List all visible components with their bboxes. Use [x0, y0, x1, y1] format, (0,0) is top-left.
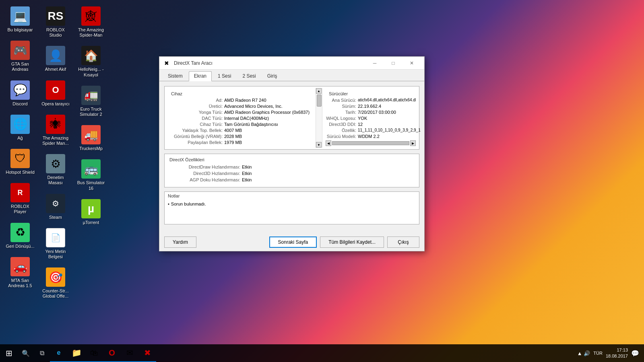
icon-bu-bilgisayar[interactable]: 💻 Bu bilgisayar	[4, 4, 36, 35]
gta-label: GTA San Andreas	[6, 62, 35, 72]
driver-row-6: Sürücü Modeli: WDDM 2.2	[326, 134, 416, 139]
feature-label-2: AGP Doku Hızlandırması:	[169, 177, 242, 182]
window-footer: Yardım Sonraki Sayfa Tüm Bilgileri Kayde…	[159, 233, 424, 251]
vertical-scrollbar[interactable]: ▲ ▼	[316, 88, 322, 148]
scroll-down-arrow[interactable]: ▼	[316, 142, 322, 148]
edge-taskbar[interactable]: e	[50, 344, 68, 362]
device-label-2: Yonga Türü:	[168, 110, 224, 115]
icon-steam[interactable]: ⚙ Steam	[39, 191, 72, 222]
spiderman2-label: The Amazing Spider-Man	[76, 27, 105, 38]
bus-label: Bus Simulator 16	[76, 180, 105, 191]
icon-ahmet[interactable]: 👤 Ahmet Akif	[39, 43, 72, 74]
truckers-icon: 🚚	[81, 125, 101, 144]
icon-mta[interactable]: 🚗 MTA San Andreas 1.5	[4, 255, 36, 291]
task-view-button[interactable]: ⧉	[34, 344, 50, 362]
denetim-label: Denetim Masası	[41, 175, 70, 185]
driver-row-5: Özellik: 11_1,11_0,10_1,10_0,9_3,9_2,9_1	[326, 128, 416, 133]
device-label-1: Üretici:	[168, 104, 224, 109]
icon-gta[interactable]: 🎮 GTA San Andreas	[4, 38, 36, 74]
icon-bus-simulator[interactable]: 🚌 Bus Simulator 16	[75, 157, 107, 193]
tab-ekran[interactable]: Ekran	[189, 71, 212, 81]
desktop-icons-container: 💻 Bu bilgisayar 🎮 GTA San Andreas 💬 Disc…	[4, 4, 93, 318]
driver-label-1: Sürüm:	[326, 104, 358, 109]
icon-discord[interactable]: 💬 Discord	[4, 78, 36, 109]
notes-bullet: • Sorun bulunmadı.	[168, 202, 416, 206]
search-button[interactable]: 🔍	[18, 344, 34, 362]
spiderman2-icon: 🕸	[81, 6, 101, 26]
features-title: DirectX Özellikleri	[169, 157, 414, 162]
device-value-4: Tam Görüntü Bağdaştırıcısı	[224, 122, 314, 127]
geri-donusum-label: Geri Dönüşü...	[6, 244, 35, 249]
taskbar-right: ▲ 🔊 TÜR 17:13 18.08.2017 💬	[577, 347, 644, 360]
directx-window: ✖ DirectX Tanı Aracı ─ □ ✕ Sistem Ekran …	[159, 56, 425, 251]
hello-label: HelloNeig... - Kısayol	[76, 67, 105, 77]
feature-value-0: Etkin	[242, 165, 252, 169]
driver-row-3: WHQL Logosu: YOK	[326, 116, 416, 121]
device-title: Cihaz	[168, 90, 314, 98]
maximize-button[interactable]: □	[384, 57, 402, 70]
icon-amazing-spider[interactable]: 🕷 The Amazing Spider Man...	[39, 112, 72, 148]
ahmet-icon: 👤	[46, 46, 65, 65]
mail-taskbar[interactable]: ✉	[121, 344, 138, 362]
device-label-4: Cihaz Türü:	[168, 122, 224, 127]
icon-ag[interactable]: 🌐 Ağ	[4, 112, 36, 143]
driver-value-4: 12	[358, 122, 416, 127]
driver-row-4: Direct3D DDI: 12	[326, 122, 416, 127]
roblox-icon: R	[10, 183, 30, 202]
icon-roblox-studio[interactable]: RS ROBLOX Studio	[39, 4, 72, 40]
store-taskbar[interactable]: 🛍	[85, 344, 103, 362]
directx-taskbar[interactable]: ✖	[138, 344, 156, 362]
device-row-5: Yaklaşık Top. Bellek: 4007 MB	[168, 128, 314, 133]
explorer-taskbar[interactable]: 📁	[68, 344, 85, 362]
device-label-6: Görüntü Belleği (VRAM):	[168, 134, 224, 139]
help-button[interactable]: Yardım	[164, 237, 196, 248]
cs-label: Counter-Str... Global Offe...	[41, 288, 70, 299]
icon-cs[interactable]: 🎯 Counter-Str... Global Offe...	[39, 265, 72, 301]
icon-hello-neighbor[interactable]: 🏠 HelloNeig... - Kısayol	[75, 43, 107, 80]
start-button[interactable]: ⊞	[0, 344, 18, 362]
tab-giris[interactable]: Giriş	[262, 71, 283, 81]
icon-denetim[interactable]: ⚙ Denetim Masası	[39, 152, 72, 188]
close-button[interactable]: ✕	[402, 57, 421, 70]
tab-sesi2[interactable]: 2 Sesi	[237, 71, 261, 81]
drivers-title: Sürücüler	[326, 90, 416, 98]
icon-spiderman2[interactable]: 🕸 The Amazing Spider-Man	[75, 4, 107, 40]
ets-icon: 🚛	[81, 86, 101, 105]
scroll-thumb[interactable]	[317, 95, 322, 107]
driver-label-4: Direct3D DDI:	[326, 122, 358, 127]
desktop: 💻 Bu bilgisayar 🎮 GTA San Andreas 💬 Disc…	[0, 0, 644, 362]
device-row-0: Ad: AMD Radeon R7 240	[168, 98, 314, 103]
driver-label-6: Sürücü Modeli:	[326, 134, 358, 139]
truckers-label: TruckersMp	[79, 146, 103, 151]
icon-hotspot[interactable]: 🛡 Hotspot Shield	[4, 146, 36, 177]
ag-label: Ağ	[17, 136, 23, 141]
tab-sistem[interactable]: Sistem	[163, 71, 188, 81]
icon-roblox[interactable]: R ROBLOX Player	[4, 181, 36, 217]
icon-euro-truck[interactable]: 🚛 Euro Truck Simulator 2	[75, 83, 107, 119]
drivers-panel: Sürücüler Ana Sürücü: aticfx64.dll,aticf…	[322, 88, 419, 148]
icon-truckers-mp[interactable]: 🚚 TruckersMp	[75, 123, 107, 154]
icon-txt[interactable]: 📄 Yeni Metin Belgesi	[39, 226, 72, 262]
device-label-0: Ad:	[168, 98, 224, 103]
exit-button[interactable]: Çıkış	[387, 237, 419, 248]
notification-button[interactable]: 💬	[631, 350, 639, 357]
scroll-up-arrow[interactable]: ▲	[316, 88, 322, 94]
driver-value-0: aticfx64.dll,aticfx64.dll,aticfx64.dll,a…	[358, 98, 416, 103]
minimize-button[interactable]: ─	[365, 57, 384, 70]
feature-row-1: Direct3D Hızlandırması: Etkin	[169, 171, 414, 176]
hotspot-icon: 🛡	[10, 149, 30, 168]
next-page-button[interactable]: Sonraki Sayfa	[269, 237, 317, 248]
h-scroll-thumb[interactable]	[332, 141, 409, 145]
bu-bilgisayar-label: Bu bilgisayar	[8, 27, 33, 33]
scroll-left-arrow[interactable]: ◀	[326, 140, 331, 146]
icon-utorrent[interactable]: µ µTorrent	[75, 197, 107, 228]
horizontal-scrollbar[interactable]: ◀ ▶	[326, 140, 416, 146]
txt-icon: 📄	[46, 228, 65, 247]
save-all-button[interactable]: Tüm Bilgileri Kaydet...	[320, 237, 384, 248]
scroll-right-arrow[interactable]: ▶	[410, 140, 416, 146]
tab-sesi1[interactable]: 1 Sesi	[213, 71, 236, 81]
icon-opera[interactable]: O Opera tarayıcı	[39, 78, 72, 109]
bullet-point: •	[168, 202, 169, 206]
opera-taskbar[interactable]: O	[103, 344, 121, 362]
icon-geri-donusum[interactable]: ♻ Geri Dönüşü...	[4, 220, 36, 251]
